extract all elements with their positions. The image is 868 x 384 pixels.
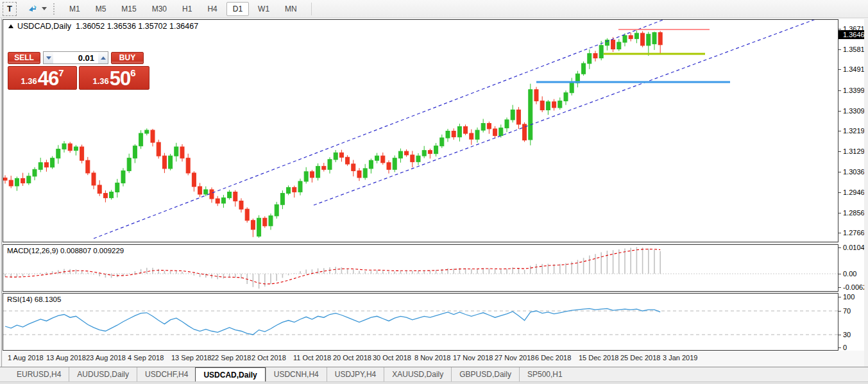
rsi-indicator-pane[interactable]: RSI(14) 68.1305 bbox=[3, 293, 838, 351]
sell-price-prefix: 1.36 bbox=[21, 75, 37, 88]
trading-platform-window: { "toolbar": { "text_tool_label": "T", "… bbox=[0, 0, 868, 384]
rsi-label: RSI(14) 68.1305 bbox=[7, 296, 61, 303]
date-axis-label: 25 Dec 2018 bbox=[620, 354, 660, 362]
volume-input[interactable] bbox=[53, 52, 98, 63]
chart-tab-bar: EURUSD,H4AUDUSD,DailyUSDCHF,H4USDCAD,Dai… bbox=[0, 367, 868, 381]
rsi-axis-label: 30 bbox=[838, 331, 851, 338]
rsi-chart[interactable] bbox=[3, 294, 838, 350]
top-toolbar: T M1M5M15M30H1H4D1W1MN bbox=[0, 0, 868, 18]
date-axis-label: 4 Sep 2018 bbox=[128, 354, 164, 362]
volume-decrease-button[interactable] bbox=[44, 52, 53, 63]
tab-xauusd-daily[interactable]: XAUUSD,Daily bbox=[384, 367, 451, 381]
timeframe-group: M1M5M15M30H1H4D1W1MN bbox=[62, 0, 305, 18]
timeframe-button-m1[interactable]: M1 bbox=[63, 2, 87, 16]
rsi-axis-label: 70 bbox=[838, 307, 851, 315]
tab-eurusd-h4[interactable]: EURUSD,H4 bbox=[9, 367, 69, 381]
date-axis-label: 3 Jan 2019 bbox=[663, 354, 697, 362]
timeframe-button-mn[interactable]: MN bbox=[278, 2, 303, 16]
timeframe-button-w1[interactable]: W1 bbox=[251, 2, 276, 16]
date-axis-label: 17 Nov 2018 bbox=[453, 354, 493, 362]
tab-sp500-h1[interactable]: SP500,H1 bbox=[519, 367, 570, 381]
double-arrow-icon bbox=[28, 4, 38, 14]
sell-price-button[interactable]: 1.36 46 7 bbox=[8, 66, 77, 90]
macd-indicator-pane[interactable]: MACD(12,26,9) 0.008807 0.009229 bbox=[3, 244, 838, 292]
date-axis-label: 11 Oct 2018 bbox=[293, 354, 331, 362]
price-axis[interactable]: 1.367151.358151.349151.339901.330901.321… bbox=[838, 19, 864, 351]
date-axis-label: 27 Nov 2018 bbox=[495, 354, 534, 362]
window-edge bbox=[1, 19, 2, 381]
date-axis-label: 15 Dec 2018 bbox=[579, 354, 618, 362]
tab-usdchf-h4[interactable]: USDCHF,H4 bbox=[137, 367, 196, 381]
buy-price-prefix: 1.36 bbox=[92, 75, 108, 88]
timeframe-button-h4[interactable]: H4 bbox=[201, 2, 223, 16]
buy-button[interactable]: BUY bbox=[111, 52, 144, 64]
date-axis-label: 13 Sep 2018 bbox=[171, 354, 211, 362]
tab-gbpusd-daily[interactable]: GBPUSD,Daily bbox=[451, 367, 519, 381]
tab-usdcnh-h4[interactable]: USDCNH,H4 bbox=[266, 367, 327, 381]
toolbar-grip-handle[interactable] bbox=[53, 3, 56, 15]
date-axis-label: 20 Oct 2018 bbox=[333, 354, 371, 362]
date-axis-label: 6 Dec 2018 bbox=[535, 354, 571, 362]
macd-axis-label: 0.00 bbox=[838, 270, 856, 278]
timeframe-button-h1[interactable]: H1 bbox=[176, 2, 198, 16]
sell-price-big: 46 bbox=[38, 69, 58, 88]
rsi-axis-label: 100 bbox=[838, 293, 855, 301]
volume-stepper bbox=[43, 51, 108, 64]
toolbar-separator bbox=[311, 3, 312, 15]
timeframe-button-d1[interactable]: D1 bbox=[226, 2, 249, 16]
timeframe-button-m5[interactable]: M5 bbox=[89, 2, 113, 16]
timeframe-button-m30[interactable]: M30 bbox=[146, 2, 173, 16]
tab-usdjpy-h4[interactable]: USDJPY,H4 bbox=[327, 367, 384, 381]
symbol-period-label: USDCAD,Daily bbox=[17, 22, 71, 31]
sell-button[interactable]: SELL bbox=[8, 52, 40, 64]
chevron-up-icon bbox=[101, 56, 106, 60]
date-axis-label: 13 Aug 2018 bbox=[46, 354, 86, 362]
sell-price-sup: 7 bbox=[58, 68, 64, 78]
macd-chart[interactable] bbox=[3, 245, 838, 291]
main-chart-pane[interactable]: USDCAD,Daily 1.36052 1.36536 1.35702 1.3… bbox=[3, 19, 838, 242]
one-click-trade-panel: SELL BUY 1.36 46 7 1.36 50 6 bbox=[8, 51, 149, 90]
right-gutter bbox=[864, 19, 868, 367]
text-annotation-button[interactable]: T bbox=[3, 2, 17, 16]
timeframe-button-m15[interactable]: M15 bbox=[115, 2, 142, 16]
chart-title: USDCAD,Daily 1.36052 1.36536 1.35702 1.3… bbox=[8, 22, 198, 31]
date-axis-label: 22 Sep 2018 bbox=[211, 354, 251, 362]
date-axis-label: 8 Nov 2018 bbox=[414, 354, 450, 362]
buy-price-sup: 6 bbox=[130, 68, 135, 78]
tab-audusd-daily[interactable]: AUDUSD,Daily bbox=[69, 367, 137, 381]
date-axis-label: 1 Aug 2018 bbox=[8, 354, 44, 362]
date-axis[interactable]: 1 Aug 201813 Aug 201823 Aug 20184 Sep 20… bbox=[3, 351, 864, 367]
chevron-down-icon bbox=[46, 56, 51, 60]
ohlc-values-label: 1.36052 1.36536 1.35702 1.36467 bbox=[76, 22, 198, 31]
buy-price-button[interactable]: 1.36 50 6 bbox=[79, 66, 149, 90]
tab-usdcad-daily[interactable]: USDCAD,Daily bbox=[195, 367, 265, 381]
date-axis-label: 23 Aug 2018 bbox=[86, 354, 126, 362]
dropdown-caret-icon[interactable] bbox=[42, 7, 47, 10]
cursor-tool-button[interactable] bbox=[26, 2, 40, 16]
date-axis-label: 2 Oct 2018 bbox=[251, 354, 286, 362]
collapse-triangle-icon[interactable] bbox=[8, 24, 13, 28]
buy-price-big: 50 bbox=[110, 69, 130, 88]
date-axis-label: 30 Oct 2018 bbox=[373, 354, 411, 362]
status-strip bbox=[0, 381, 868, 384]
volume-increase-button[interactable] bbox=[98, 52, 108, 63]
macd-label: MACD(12,26,9) 0.008807 0.009229 bbox=[7, 247, 124, 255]
